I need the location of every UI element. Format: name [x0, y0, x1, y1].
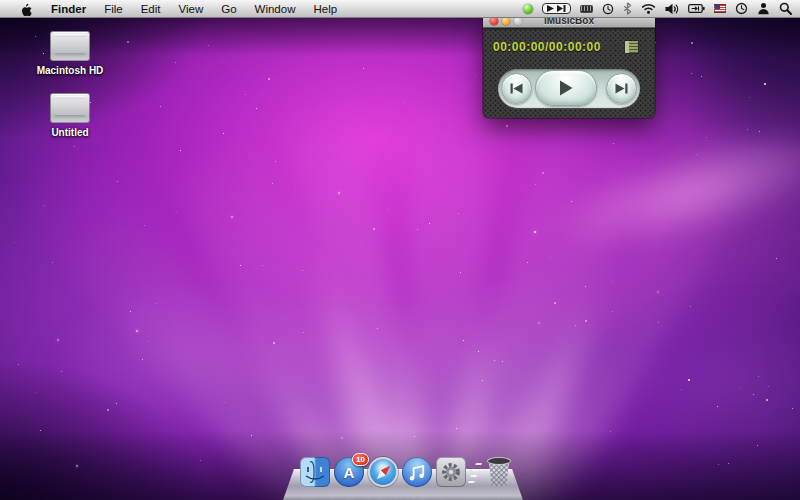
desktop-icon-macintosh-hd[interactable]: Macintosh HD	[28, 31, 112, 76]
star	[482, 380, 483, 381]
magnifier-glyph	[779, 2, 792, 15]
keyboard-glyph	[580, 5, 593, 13]
star	[776, 258, 777, 259]
dock-separator	[468, 463, 482, 483]
desktop-icon-untitled[interactable]: Untitled	[28, 93, 112, 138]
star	[456, 428, 457, 429]
star	[14, 242, 15, 243]
star	[585, 320, 587, 322]
menu-go[interactable]: Go	[212, 0, 245, 17]
star	[142, 359, 143, 360]
dock-item-system-preferences[interactable]	[436, 457, 466, 487]
star	[273, 342, 275, 344]
star	[262, 265, 263, 266]
time-machine-icon[interactable]	[602, 0, 614, 17]
star	[117, 181, 118, 182]
dock-item-trash[interactable]	[484, 457, 514, 487]
star	[728, 463, 729, 464]
dock-item-finder[interactable]	[300, 457, 330, 487]
star	[74, 146, 75, 147]
star	[554, 302, 556, 304]
star	[224, 402, 225, 403]
playlist-icon[interactable]	[625, 41, 638, 53]
star	[363, 68, 364, 69]
star	[107, 409, 109, 411]
spotlight-icon[interactable]	[779, 0, 792, 17]
star	[585, 286, 586, 287]
menu-bar-menus: Finder File Edit View Go Window Help	[0, 0, 346, 17]
star	[690, 306, 691, 307]
hard-disk-icon	[50, 31, 90, 61]
previous-button[interactable]	[501, 73, 532, 104]
menu-window[interactable]: Window	[246, 0, 305, 17]
star	[268, 78, 270, 80]
star	[176, 212, 177, 213]
star	[377, 328, 378, 329]
menu-bar: Finder File Edit View Go Window Help	[0, 0, 800, 18]
clock-icon[interactable]	[735, 0, 748, 17]
star	[717, 406, 718, 407]
menu-file[interactable]: File	[95, 0, 132, 17]
star	[766, 399, 768, 401]
us-flag-glyph	[714, 4, 726, 13]
star	[458, 213, 459, 214]
clock-glyph	[735, 2, 748, 15]
star	[302, 270, 303, 271]
imusicbox-window: iMusicBox 00:00:00/00:00:00	[483, 13, 655, 118]
apple-logo-icon	[20, 2, 32, 16]
apple-menu[interactable]	[10, 0, 42, 17]
star	[240, 265, 241, 266]
time-machine-glyph	[602, 3, 614, 15]
keyboard-icon[interactable]	[580, 0, 593, 17]
desktop-screen: Macintosh HD Untitled iMusicBox 00:00:00…	[0, 0, 800, 500]
star	[136, 330, 138, 332]
volume-glyph	[665, 3, 679, 15]
volume-icon[interactable]	[665, 0, 679, 17]
star	[460, 272, 461, 273]
menu-finder[interactable]: Finder	[42, 0, 95, 17]
finder-icon	[300, 457, 330, 487]
battery-icon[interactable]	[688, 0, 705, 17]
star	[403, 102, 404, 103]
playback-controls-widget[interactable]	[542, 3, 571, 14]
system-preferences-icon	[436, 457, 466, 487]
desktop-icon-label: Untitled	[51, 127, 88, 138]
star	[550, 257, 551, 258]
star	[180, 150, 181, 151]
star	[535, 184, 536, 185]
skip-forward-icon	[615, 83, 628, 94]
safari-icon	[368, 457, 398, 487]
star	[272, 183, 273, 184]
fast-user-switching-icon[interactable]	[757, 0, 770, 17]
dock-item-itunes[interactable]	[402, 457, 432, 487]
play-button[interactable]	[535, 70, 597, 106]
wifi-icon[interactable]	[641, 0, 656, 17]
star	[655, 42, 656, 43]
battery-charging-glyph	[688, 4, 705, 13]
star	[753, 394, 754, 395]
window-body: 00:00:00/00:00:00	[483, 28, 655, 118]
dock-item-safari[interactable]	[368, 457, 398, 487]
star	[757, 445, 758, 446]
star	[691, 73, 692, 74]
imusicbox-status-icon[interactable]	[523, 0, 533, 17]
input-language-flag-icon[interactable]	[714, 0, 726, 17]
star	[475, 76, 476, 77]
star	[61, 371, 62, 372]
star	[768, 386, 769, 387]
star	[792, 408, 793, 409]
menu-edit[interactable]: Edit	[132, 0, 170, 17]
star	[388, 209, 389, 210]
menu-view[interactable]: View	[170, 0, 213, 17]
skip-back-icon	[510, 83, 523, 94]
star	[130, 311, 131, 312]
star	[749, 97, 750, 98]
bluetooth-icon[interactable]	[623, 0, 632, 17]
trash-opening	[488, 458, 510, 464]
star	[575, 325, 576, 326]
next-button[interactable]	[606, 73, 637, 104]
dock-item-app-store[interactable]: A 10	[334, 457, 364, 487]
star	[223, 133, 224, 134]
menu-help[interactable]: Help	[304, 0, 346, 17]
star	[35, 392, 36, 393]
